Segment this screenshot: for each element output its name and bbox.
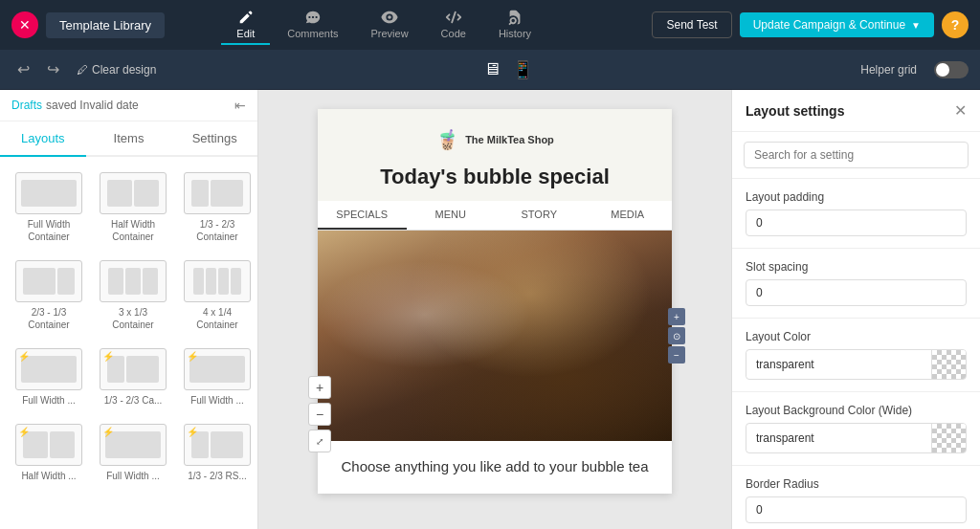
zoom-fit-button[interactable]: ⤢ bbox=[308, 430, 331, 452]
canvas-tab-specials[interactable]: SPECIALS bbox=[318, 201, 407, 230]
image-ctrl-mid[interactable]: ⊙ bbox=[668, 327, 685, 344]
layout-thumb-half-width-lightning: ⚡ bbox=[15, 424, 82, 466]
canvas-tab-menu[interactable]: MENU bbox=[407, 201, 496, 230]
list-item[interactable]: ⚡ 1/3 - 2/3 Ca... bbox=[96, 344, 170, 410]
layout-color-section: Layout Color bbox=[732, 319, 980, 392]
redo-button[interactable]: ↪ bbox=[41, 58, 65, 80]
layout-thumb-full-width-lightning: ⚡ bbox=[15, 348, 82, 390]
slot-spacing-section: Slot spacing bbox=[732, 249, 980, 319]
nav-tool-preview[interactable]: Preview bbox=[355, 5, 423, 45]
helper-grid-toggle[interactable] bbox=[934, 61, 969, 78]
eraser-icon: 🖊 bbox=[77, 63, 88, 77]
list-item[interactable]: ⚡ Full Width ... bbox=[180, 344, 255, 410]
canvas-tab-media[interactable]: MEDIA bbox=[584, 201, 673, 230]
list-item[interactable]: ⚡ Half Width ... bbox=[11, 420, 86, 486]
image-ctrl-down[interactable]: − bbox=[668, 346, 685, 364]
layout-color-label: Layout Color bbox=[746, 330, 967, 343]
mobile-icon[interactable]: 📱 bbox=[512, 59, 533, 80]
layout-color-swatch[interactable] bbox=[931, 350, 966, 379]
logo-area: 🧋 The MilkTea Shop bbox=[318, 109, 672, 161]
canvas-area: 🧋 The MilkTea Shop Today's bubble specia… bbox=[258, 90, 731, 529]
list-item[interactable]: Full WidthContainer bbox=[11, 168, 86, 247]
list-item[interactable]: 1/3 - 2/3Container bbox=[180, 168, 255, 247]
layout-padding-input[interactable] bbox=[746, 209, 967, 236]
tab-layouts[interactable]: Layouts bbox=[0, 121, 86, 157]
list-item[interactable]: 4 x 1/4Container bbox=[180, 256, 255, 335]
zoom-out-button[interactable]: − bbox=[308, 403, 331, 426]
logo-text: The MilkTea Shop bbox=[465, 133, 554, 146]
lightning-icon: ⚡ bbox=[18, 427, 30, 437]
collapse-panel-button[interactable]: ⇤ bbox=[234, 98, 246, 113]
undo-button[interactable]: ↩ bbox=[11, 58, 35, 80]
list-item[interactable]: ⚡ Full Width ... bbox=[11, 344, 86, 410]
list-item[interactable]: ⚡ 1/3 - 2/3 RS... bbox=[180, 420, 255, 486]
tab-items[interactable]: Items bbox=[86, 121, 172, 157]
zoom-in-button[interactable]: + bbox=[308, 376, 331, 399]
layout-padding-label: Layout padding bbox=[746, 190, 967, 204]
layout-color-row bbox=[746, 349, 967, 380]
slot-spacing-label: Slot spacing bbox=[746, 260, 967, 274]
nav-right: Send Test Update Campaign & Continue ▼ ? bbox=[652, 11, 969, 38]
list-item[interactable]: 2/3 - 1/3Container bbox=[11, 256, 86, 335]
tab-settings[interactable]: Settings bbox=[171, 121, 257, 157]
device-icons: 🖥 📱 bbox=[483, 59, 533, 80]
layout-grid: Full WidthContainer Half WidthContainer … bbox=[11, 168, 246, 486]
update-campaign-button[interactable]: Update Campaign & Continue ▼ bbox=[740, 12, 934, 37]
list-item[interactable]: ⚡ Full Width ... bbox=[96, 420, 170, 486]
right-panel-title: Layout settings bbox=[746, 103, 844, 119]
helper-grid-label: Helper grid bbox=[860, 63, 917, 77]
help-button[interactable]: ? bbox=[942, 11, 969, 38]
list-item[interactable]: Half WidthContainer bbox=[96, 168, 170, 247]
update-chevron-icon: ▼ bbox=[911, 20, 921, 31]
logo-icon: 🧋 bbox=[435, 128, 459, 151]
list-item[interactable]: 3 x 1/3Container bbox=[96, 256, 170, 335]
desktop-icon[interactable]: 🖥 bbox=[483, 59, 501, 79]
bubble-tea-image bbox=[318, 231, 672, 441]
template-library-button[interactable]: Template Library bbox=[46, 12, 165, 38]
close-button[interactable]: ✕ bbox=[11, 11, 38, 38]
layout-bg-color-input[interactable] bbox=[746, 426, 931, 451]
settings-search-input[interactable] bbox=[744, 142, 969, 168]
layout-thumb-1-3-2-3 bbox=[184, 172, 251, 214]
image-ctrl-up[interactable]: + bbox=[668, 308, 685, 325]
layout-bg-color-row bbox=[746, 423, 967, 453]
layout-thumb-full-width-3: ⚡ bbox=[100, 424, 167, 466]
send-test-button[interactable]: Send Test bbox=[652, 11, 731, 38]
second-bar: ↩ ↪ 🖊 Clear design 🖥 📱 Helper grid bbox=[0, 50, 980, 90]
saved-label: saved Invalid date bbox=[46, 99, 139, 112]
layout-thumb-3x1-3 bbox=[100, 260, 167, 302]
lightning-icon: ⚡ bbox=[18, 351, 30, 362]
layout-bg-color-swatch[interactable] bbox=[931, 424, 966, 452]
lightning-icon: ⚡ bbox=[102, 427, 114, 437]
layout-thumb-4x1-4 bbox=[184, 260, 251, 302]
nav-tool-history[interactable]: History bbox=[483, 5, 546, 45]
layout-thumb-half-width bbox=[100, 172, 167, 214]
lightning-icon: ⚡ bbox=[102, 351, 114, 362]
drafts-label: Drafts bbox=[11, 99, 42, 112]
clear-design-button[interactable]: 🖊 Clear design bbox=[77, 63, 156, 77]
layout-thumb-1-3-2-3-ca: ⚡ bbox=[100, 348, 167, 390]
undo-redo-controls: ↩ ↪ bbox=[11, 58, 65, 80]
border-radius-input[interactable] bbox=[746, 496, 967, 523]
settings-search bbox=[732, 132, 980, 179]
caption-area: Choose anything you like add to your bub… bbox=[318, 441, 672, 494]
email-headline: Today's bubble special bbox=[318, 161, 672, 201]
nav-tool-edit[interactable]: Edit bbox=[221, 5, 270, 45]
slot-spacing-input[interactable] bbox=[746, 279, 967, 306]
layout-bg-color-section: Layout Background Color (Wide) bbox=[732, 392, 980, 466]
layout-color-input[interactable] bbox=[746, 352, 931, 377]
caption-text: Choose anything you like add to your bub… bbox=[333, 456, 657, 478]
nav-tool-code[interactable]: Code bbox=[426, 5, 481, 45]
left-panel: Drafts saved Invalid date ⇤ Layouts Item… bbox=[0, 90, 258, 529]
layout-thumb-full-width-2: ⚡ bbox=[184, 348, 251, 390]
nav-tool-comments[interactable]: Comments bbox=[272, 5, 353, 45]
border-radius-section: Border Radius bbox=[732, 466, 980, 529]
layout-thumb-2-3-1-3 bbox=[15, 260, 82, 302]
image-section: + ⊙ − bbox=[318, 231, 672, 441]
lightning-icon: ⚡ bbox=[187, 351, 198, 362]
layout-thumb-full-width bbox=[15, 172, 82, 214]
canvas-tab-story[interactable]: STORY bbox=[495, 201, 584, 230]
close-right-panel-button[interactable]: ✕ bbox=[954, 101, 967, 120]
canvas-tabs-row: SPECIALS MENU STORY MEDIA bbox=[318, 201, 672, 231]
bubble-tea-visual bbox=[318, 231, 672, 441]
